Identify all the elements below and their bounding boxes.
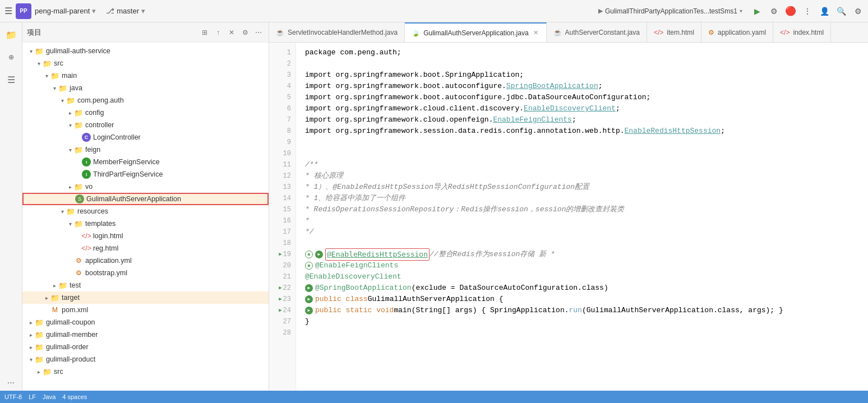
tab-tab4[interactable]: </>item.html (647, 22, 701, 43)
project-logo: PP (16, 3, 31, 19)
tree-icon-folder: 📁 (58, 281, 67, 290)
profile-button[interactable]: 👤 (819, 6, 830, 17)
tab-tab5[interactable]: ⚙application.yaml (701, 22, 773, 43)
code-line-15: * RedisOperationsSessionRepository：Redis… (296, 204, 868, 215)
line-num-28: 28 (269, 327, 296, 339)
sidebar-icon-structure[interactable]: ☰ (3, 72, 19, 87)
tree-item-n3[interactable]: ▾📁main (22, 70, 269, 82)
comment-token: //整合Redis作为session存储 新 * (430, 249, 555, 260)
sidebar-icon-panel: 📁 ⊕ ☰ ··· (0, 22, 22, 391)
run-indicator-icon[interactable]: ▶ (305, 295, 313, 303)
code-line-7: import org.springframework.cloud.openfei… (296, 114, 868, 126)
tree-item-n27[interactable]: ▸📁src (22, 365, 269, 378)
tree-item-n13[interactable]: SGulimallAuthServerApplication (22, 193, 269, 205)
tree-label: vo (85, 183, 93, 191)
sidebar-icon-folder[interactable]: 📁 (3, 27, 19, 43)
project-name[interactable]: peng-mall-parent ▾ (35, 7, 96, 15)
comment-token: /** (305, 159, 318, 170)
tree-item-n11[interactable]: IThirdPartFeignService (22, 168, 269, 180)
plain-token: } (305, 316, 310, 327)
tab-close-tab2[interactable]: ✕ (532, 28, 539, 38)
tree-more-btn[interactable]: ⋯ (253, 27, 264, 38)
tree-icon-folder: 📁 (35, 47, 44, 55)
tree-item-n15[interactable]: ▾📁templates (22, 217, 269, 230)
tree-item-n9[interactable]: ▾📁feign (22, 143, 269, 156)
plain-token: ; (616, 103, 620, 114)
tree-item-n12[interactable]: ▸📁vo (22, 180, 269, 193)
tree-icon-folder: 📁 (74, 182, 83, 191)
tree-label: application.yml (85, 257, 132, 265)
tree-item-n4[interactable]: ▾📁java (22, 82, 269, 94)
tree-settings-btn[interactable]: ⚙ (239, 27, 251, 38)
comment-token: * (305, 215, 310, 226)
tree-close-btn[interactable]: ✕ (226, 27, 237, 38)
tree-icon-folder: 📁 (66, 96, 75, 105)
hamburger-menu[interactable]: ☰ (4, 6, 12, 16)
code-content[interactable]: package com.peng.auth;import org.springf… (296, 43, 868, 391)
tree-item-n21[interactable]: ▸📁target (22, 291, 269, 304)
run-button[interactable]: ▶ (751, 6, 763, 17)
tab-icon-tab1: ☕ (276, 29, 284, 36)
tab-tab3[interactable]: ☕AuthServerConstant.java (547, 22, 647, 43)
status-item: Java (43, 393, 56, 400)
tree-icon-folder: 📁 (74, 121, 83, 129)
search-button[interactable]: 🔍 (835, 6, 847, 17)
tree-label: bootstrap.yml (85, 269, 127, 277)
run-indicator-icon[interactable]: ▶ (305, 307, 313, 314)
tree-icon-folder: 📁 (50, 71, 59, 80)
tree-label: resources (77, 207, 108, 215)
tab-label-tab1: ServletInvocableHandlerMethod.java (288, 29, 398, 36)
tab-tab2[interactable]: 🍃GulimallAuthServerApplication.java✕ (405, 22, 546, 43)
tree-item-n14[interactable]: ▾📁resources (22, 205, 269, 217)
tree-icon-class: C (82, 133, 91, 142)
tree-item-n7[interactable]: ▾📁controller (22, 119, 269, 131)
tree-label: gulimall-auth-service (46, 47, 110, 55)
code-line-22: ▶@SpringBootApplication(exclude = DataSo… (296, 282, 868, 294)
tree-item-n24[interactable]: ▸📁gulimall-member (22, 328, 269, 341)
tree-item-n18[interactable]: ⚙application.yml (22, 254, 269, 267)
tab-icon-tab5: ⚙ (708, 29, 714, 36)
tree-item-n2[interactable]: ▾📁src (22, 57, 269, 70)
line-num-16: 16 (269, 215, 296, 226)
code-line-12: * 核心原理 (296, 170, 868, 182)
run-tri-icon[interactable]: ▶ (274, 294, 282, 305)
tree-item-n19[interactable]: ⚙bootstrap.yml (22, 267, 269, 279)
run-indicator-icon[interactable]: ▶ (315, 251, 323, 258)
line-num-14: 14 (269, 193, 296, 204)
tree-item-n26[interactable]: ▾📁gulimall-product (22, 353, 269, 365)
sidebar-icon-commit[interactable]: ⊕ (3, 49, 19, 65)
tree-item-n20[interactable]: ▸📁test (22, 279, 269, 291)
tree-item-n22[interactable]: Mpom.xml (22, 304, 269, 316)
sidebar-icon-more[interactable]: ··· (3, 375, 19, 391)
tree-item-n16[interactable]: </>login.html (22, 230, 269, 242)
run-indicator-icon[interactable]: ▶ (305, 284, 313, 292)
coverage-button[interactable]: 🔴 (785, 6, 796, 17)
tree-item-n6[interactable]: ▸📁config (22, 106, 269, 119)
tree-label: gulimall-coupon (46, 318, 95, 326)
top-bar: ☰ PP peng-mall-parent ▾ ⎇ master ▾ ▶ Gul… (0, 0, 868, 22)
tab-tab1[interactable]: ☕ServletInvocableHandlerMethod.java (269, 22, 405, 43)
tab-label-tab4: item.html (667, 29, 694, 36)
tree-item-n17[interactable]: </>reg.html (22, 242, 269, 254)
tree-item-n25[interactable]: ▸📁gulimall-order (22, 341, 269, 353)
more-button[interactable]: ⋮ (802, 6, 813, 17)
tab-tab6[interactable]: </>index.html (773, 22, 831, 43)
tree-up-btn[interactable]: ↑ (213, 27, 224, 38)
code-line-8: import org.springframework.session.data.… (296, 126, 868, 137)
tree-collapse-btn[interactable]: ⊞ (199, 27, 210, 38)
tree-item-n23[interactable]: ▸📁gulimall-coupon (22, 316, 269, 328)
tree-item-n10[interactable]: IMemberFeignService (22, 156, 269, 168)
tree-item-n1[interactable]: ▾📁gulimall-auth-service (22, 45, 269, 57)
code-line-21: @EnableDiscoveryClient (296, 271, 868, 282)
run-icon[interactable]: ▶ (274, 249, 282, 260)
tree-label: main (62, 72, 77, 80)
run-tri-icon[interactable]: ▶ (274, 305, 282, 316)
branch-selector[interactable]: ⎇ master ▾ (106, 7, 145, 15)
tree-label: com.peng.auth (77, 96, 124, 104)
run-icon[interactable]: ▶ (274, 282, 282, 294)
tree-item-n8[interactable]: CLoginController (22, 131, 269, 143)
tree-icon-html: </> (82, 244, 91, 253)
settings-button[interactable]: ⚙ (852, 6, 864, 17)
tree-item-n5[interactable]: ▾📁com.peng.auth (22, 94, 269, 106)
debug-button[interactable]: ⚙ (768, 6, 779, 17)
